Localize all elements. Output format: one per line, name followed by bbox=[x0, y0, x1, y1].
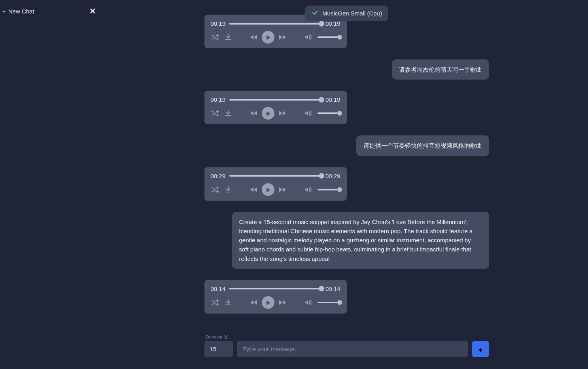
volume-icon[interactable] bbox=[304, 299, 312, 306]
time-current: 00:19 bbox=[211, 20, 226, 27]
send-button[interactable] bbox=[472, 341, 489, 357]
rewind-icon[interactable] bbox=[249, 33, 258, 42]
user-message: Create a 15-second music snippet inspire… bbox=[232, 212, 489, 269]
plus-icon: + bbox=[2, 8, 6, 15]
progress-slider[interactable] bbox=[229, 175, 321, 177]
volume-icon[interactable] bbox=[304, 186, 312, 194]
audio-player: 00:29 00:29 bbox=[204, 167, 347, 201]
composer: Duration (s) bbox=[105, 335, 588, 369]
model-label: MusicGen Small (Cpu) bbox=[322, 10, 382, 17]
volume-slider[interactable] bbox=[318, 302, 340, 303]
download-icon[interactable] bbox=[224, 186, 232, 194]
audio-player: 00:19 00:19 bbox=[204, 91, 347, 124]
rewind-icon[interactable] bbox=[249, 298, 258, 307]
play-button[interactable] bbox=[262, 31, 274, 44]
user-message: 请参考周杰伦的晴天写一手歌曲 bbox=[392, 59, 489, 80]
main-area: MusicGen Small (Cpu) 00:19 00:19 bbox=[105, 0, 588, 369]
chat-scroll[interactable]: 00:19 00:19 bbox=[105, 0, 588, 369]
time-current: 00:19 bbox=[211, 96, 226, 103]
forward-icon[interactable] bbox=[278, 298, 287, 307]
volume-icon[interactable] bbox=[304, 109, 312, 117]
volume-icon[interactable] bbox=[304, 33, 312, 41]
shuffle-icon[interactable] bbox=[211, 109, 219, 117]
duration-label: Duration (s) bbox=[204, 335, 489, 339]
shuffle-icon[interactable] bbox=[211, 186, 219, 194]
play-button[interactable] bbox=[262, 296, 274, 309]
sidebar-header: + New Chat ✕ bbox=[0, 0, 105, 23]
play-button[interactable] bbox=[262, 107, 274, 120]
sidebar: + New Chat ✕ bbox=[0, 0, 105, 369]
download-icon[interactable] bbox=[224, 33, 232, 41]
time-current: 00:14 bbox=[211, 285, 226, 292]
shuffle-icon[interactable] bbox=[211, 33, 219, 41]
forward-icon[interactable] bbox=[278, 33, 287, 42]
rewind-icon[interactable] bbox=[249, 185, 258, 194]
time-total: 00:14 bbox=[325, 285, 340, 292]
download-icon[interactable] bbox=[224, 299, 232, 306]
time-total: 00:19 bbox=[325, 20, 340, 27]
volume-slider[interactable] bbox=[318, 189, 340, 190]
chat-thread: 00:19 00:19 bbox=[204, 15, 489, 314]
new-chat-button[interactable]: + New Chat bbox=[2, 8, 34, 15]
time-total: 00:29 bbox=[325, 173, 340, 179]
progress-slider[interactable] bbox=[229, 288, 321, 289]
progress-slider[interactable] bbox=[229, 99, 321, 101]
time-total: 00:19 bbox=[325, 96, 340, 103]
duration-input[interactable] bbox=[204, 341, 233, 357]
shuffle-icon[interactable] bbox=[211, 299, 219, 306]
new-chat-label: New Chat bbox=[8, 8, 34, 15]
model-badge[interactable]: MusicGen Small (Cpu) bbox=[305, 6, 388, 21]
user-message: 请提供一个节奏轻快的抖音短视频风格的歌曲 bbox=[356, 135, 489, 156]
time-current: 00:29 bbox=[211, 173, 226, 179]
forward-icon[interactable] bbox=[278, 185, 287, 194]
volume-slider[interactable] bbox=[318, 112, 340, 114]
forward-icon[interactable] bbox=[278, 109, 287, 118]
arrow-up-icon bbox=[477, 346, 484, 353]
check-icon bbox=[311, 9, 318, 17]
play-button[interactable] bbox=[262, 183, 274, 196]
close-icon[interactable]: ✕ bbox=[88, 6, 98, 16]
download-icon[interactable] bbox=[224, 109, 232, 117]
progress-slider[interactable] bbox=[229, 23, 321, 25]
rewind-icon[interactable] bbox=[249, 109, 258, 118]
audio-player: 00:14 00:14 bbox=[204, 280, 347, 314]
message-input[interactable] bbox=[237, 341, 468, 357]
volume-slider[interactable] bbox=[318, 36, 340, 38]
